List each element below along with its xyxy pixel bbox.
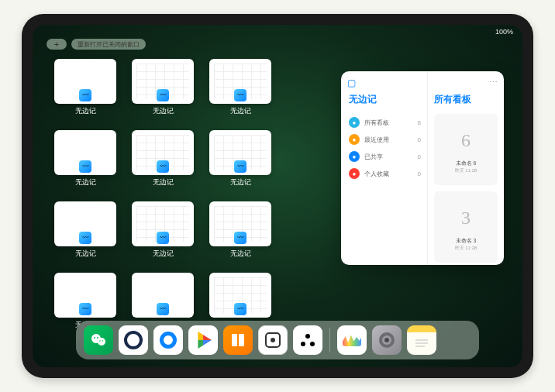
filter-label: 已共享 bbox=[364, 153, 383, 161]
dock-app-wechat[interactable] bbox=[84, 325, 113, 355]
filter-item-2[interactable]: ●已共享0 bbox=[349, 148, 421, 165]
reopen-window-button[interactable]: 重新打开已关闭的窗口 bbox=[71, 39, 146, 50]
more-options-icon[interactable]: ⋯ bbox=[489, 77, 498, 88]
filter-item-0[interactable]: ●所有看板8 bbox=[349, 114, 421, 131]
dock-app-settings[interactable] bbox=[372, 325, 402, 355]
app-window-4[interactable]: 〰无边记 bbox=[129, 130, 197, 194]
freeform-app-icon: 〰 bbox=[79, 232, 91, 244]
qqbrowser-icon bbox=[160, 332, 177, 349]
panel-left-title: 无边记 bbox=[349, 93, 421, 106]
freeform-app-icon: 〰 bbox=[234, 160, 246, 173]
board-card-1[interactable]: 3未命名 3昨天 11:28 bbox=[434, 191, 498, 263]
app-thumbnail: 〰 bbox=[209, 201, 271, 246]
freeform-app-icon: 〰 bbox=[157, 89, 169, 101]
freeform-app-icon: 〰 bbox=[234, 89, 246, 101]
app-window-label: 无边记 bbox=[153, 177, 174, 187]
freeform-app-icon: 〰 bbox=[157, 232, 169, 244]
dock-app-quark[interactable] bbox=[119, 325, 148, 355]
board-name: 未命名 3 bbox=[456, 237, 477, 245]
freeform-app-icon: 〰 bbox=[79, 89, 91, 101]
filter-count: 0 bbox=[418, 136, 421, 143]
quark-icon bbox=[124, 331, 143, 349]
app-switcher-grid: 〰无边记〰无边记〰无边记〰无边记〰无边记〰无边记〰无边记〰无边记〰无边记〰无边记… bbox=[51, 59, 274, 336]
app-window-0[interactable]: 〰无边记 bbox=[51, 59, 119, 122]
app-thumbnail: 〰 bbox=[54, 273, 116, 318]
board-sketch-preview: 3 bbox=[450, 203, 481, 234]
wechat-icon bbox=[89, 331, 108, 349]
app-window-7[interactable]: 〰无边记 bbox=[129, 201, 197, 265]
svg-point-1 bbox=[98, 338, 105, 346]
dock-app-app-library[interactable] bbox=[442, 325, 471, 355]
dock-app-play[interactable] bbox=[188, 325, 218, 355]
play-icon bbox=[195, 332, 212, 349]
freeform-app-icon: 〰 bbox=[79, 160, 91, 173]
books-icon bbox=[229, 331, 247, 349]
app-window-3[interactable]: 〰无边记 bbox=[51, 130, 119, 194]
app-window-label: 无边记 bbox=[75, 106, 96, 116]
dock-app-books[interactable] bbox=[223, 325, 253, 355]
app-window-6[interactable]: 〰无边记 bbox=[51, 201, 119, 265]
app-thumbnail: 〰 bbox=[209, 59, 271, 104]
freeform-overlay-panel[interactable]: ▢ ⋯ 无边记 ●所有看板8●最近使用0●已共享0●个人收藏0 所有看板 6未命… bbox=[341, 71, 504, 265]
app-thumbnail: 〰 bbox=[209, 130, 271, 175]
svg-point-2 bbox=[94, 337, 95, 339]
filter-label: 个人收藏 bbox=[364, 170, 389, 178]
app-window-label: 无边记 bbox=[75, 177, 96, 187]
app-window-label: 无边记 bbox=[230, 249, 251, 259]
board-card-0[interactable]: 6未命名 6昨天 11:28 bbox=[434, 114, 498, 185]
app-window-2[interactable]: 〰无边记 bbox=[206, 59, 274, 122]
board-date: 昨天 11:28 bbox=[455, 245, 477, 252]
panel-right-title: 所有看板 bbox=[434, 93, 498, 106]
panel-sidebar: 无边记 ●所有看板8●最近使用0●已共享0●个人收藏0 bbox=[341, 71, 428, 265]
dock-divider bbox=[329, 328, 330, 352]
app-window-label: 无边记 bbox=[153, 106, 174, 116]
filter-item-3[interactable]: ●个人收藏0 bbox=[349, 165, 421, 182]
app-thumbnail: 〰 bbox=[132, 130, 194, 175]
app-window-8[interactable]: 〰无边记 bbox=[206, 201, 274, 265]
freeform-app-icon: 〰 bbox=[157, 303, 169, 315]
dock-app-mindnode[interactable] bbox=[293, 325, 322, 355]
app-window-label: 无边记 bbox=[230, 106, 251, 116]
app-thumbnail: 〰 bbox=[54, 201, 116, 246]
svg-point-7 bbox=[271, 338, 275, 342]
svg-point-4 bbox=[99, 340, 101, 342]
ipad-screen: 100% + 重新打开已关闭的窗口 〰无边记〰无边记〰无边记〰无边记〰无边记〰无… bbox=[33, 25, 522, 367]
sidebar-toggle-icon[interactable]: ▢ bbox=[347, 77, 358, 88]
ipad-device-frame: 100% + 重新打开已关闭的窗口 〰无边记〰无边记〰无边记〰无边记〰无边记〰无… bbox=[22, 14, 533, 378]
dock-app-empty[interactable] bbox=[258, 325, 288, 355]
board-name: 未命名 6 bbox=[456, 160, 477, 167]
filter-icon: ● bbox=[349, 134, 360, 145]
filter-item-1[interactable]: ●最近使用0 bbox=[349, 131, 421, 148]
app-icon bbox=[264, 332, 281, 349]
svg-point-10 bbox=[384, 338, 389, 342]
mindnode-icon bbox=[298, 331, 317, 349]
filter-icon: ● bbox=[349, 151, 360, 162]
app-thumbnail: 〰 bbox=[54, 59, 116, 104]
dock-app-qqbrowser[interactable] bbox=[153, 325, 183, 355]
app-window-1[interactable]: 〰无边记 bbox=[129, 59, 197, 122]
filter-label: 所有看板 bbox=[364, 119, 389, 127]
freeform-app-icon: 〰 bbox=[79, 303, 91, 315]
app-window-5[interactable]: 〰无边记 bbox=[206, 130, 274, 194]
filter-icon: ● bbox=[349, 117, 360, 128]
new-window-button[interactable]: + bbox=[47, 39, 67, 50]
filter-count: 0 bbox=[418, 153, 421, 160]
dock bbox=[76, 321, 479, 359]
filter-label: 最近使用 bbox=[364, 136, 389, 144]
freeform-app-icon: 〰 bbox=[157, 160, 169, 173]
svg-point-3 bbox=[97, 337, 98, 339]
app-thumbnail: 〰 bbox=[132, 273, 194, 318]
freeform-icon bbox=[343, 334, 361, 346]
board-list: 6未命名 6昨天 11:283未命名 3昨天 11:28 bbox=[434, 114, 498, 263]
top-controls: + 重新打开已关闭的窗口 bbox=[47, 39, 146, 50]
dock-app-freeform[interactable] bbox=[337, 325, 367, 355]
status-right: 100% bbox=[495, 28, 513, 39]
status-bar: 100% bbox=[33, 28, 522, 39]
board-date: 昨天 11:28 bbox=[455, 167, 477, 174]
dock-app-notes[interactable] bbox=[407, 325, 436, 355]
app-window-label: 无边记 bbox=[230, 177, 251, 187]
notes-icon bbox=[414, 338, 429, 349]
app-window-label: 无边记 bbox=[153, 249, 174, 259]
freeform-app-icon: 〰 bbox=[234, 232, 246, 244]
app-thumbnail: 〰 bbox=[54, 130, 116, 175]
